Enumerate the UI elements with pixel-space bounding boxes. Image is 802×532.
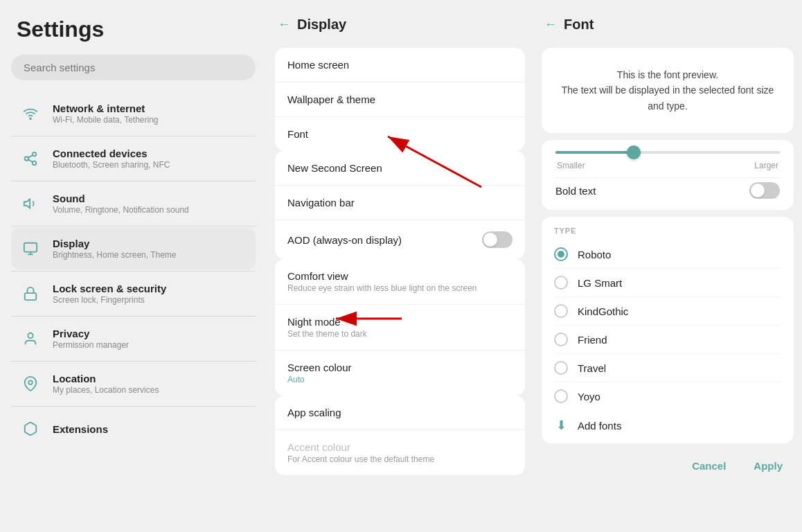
font-option-friend[interactable]: Friend (554, 326, 781, 354)
font-type-card: TYPE Roboto LG Smart KindGothic Friend T… (542, 217, 794, 443)
svg-marker-6 (24, 200, 30, 209)
apply-button[interactable]: Apply (748, 457, 788, 475)
font-name-yoyo: Yoyo (578, 391, 600, 402)
mid-item-0-2[interactable]: Font (275, 117, 525, 151)
mid-back-button[interactable]: ← (278, 17, 290, 32)
mid-item-2-0[interactable]: Comfort viewReduce eye strain with less … (275, 259, 525, 305)
aod-toggle[interactable] (482, 231, 513, 248)
font-option-roboto[interactable]: Roboto (554, 240, 781, 269)
font-option-kindgothic[interactable]: KindGothic (554, 297, 781, 326)
sidebar-item-privacy[interactable]: Privacy Permission manager (11, 318, 256, 360)
share-icon (18, 146, 43, 171)
font-list: Roboto LG Smart KindGothic Friend Travel… (554, 240, 781, 410)
mid-panel-header: ← Display (275, 11, 525, 41)
card-item-label: Night mode (287, 316, 367, 328)
font-option-lg smart[interactable]: LG Smart (554, 269, 781, 297)
add-fonts-row[interactable]: ⬇ Add fonts (554, 410, 781, 434)
menu-sub-privacy: Permission manager (53, 340, 129, 350)
font-radio-roboto (554, 247, 568, 261)
menu-label-connected: Connected devices (53, 148, 170, 159)
right-panel-title: Font (564, 17, 594, 33)
card-item-label: Comfort view (287, 270, 477, 282)
display-icon (18, 236, 43, 261)
menu-sub-network: Wi-Fi, Mobile data, Tethering (53, 115, 159, 125)
mid-item-1-1[interactable]: Navigation bar (275, 186, 525, 220)
add-fonts-label: Add fonts (578, 420, 621, 432)
lock-icon (18, 281, 43, 306)
card-item-label: App scaling (287, 407, 341, 418)
sidebar-item-location[interactable]: Location My places, Location services (11, 363, 256, 405)
menu-divider (11, 316, 256, 317)
menu-sub-lock: Screen lock, Fingerprints (53, 295, 166, 305)
font-radio-travel (554, 361, 568, 375)
card-item-label: New Second Screen (287, 162, 382, 174)
mid-item-1-0[interactable]: New Second Screen (275, 151, 525, 186)
menu-sub-sound: Volume, Ringtone, Notification sound (53, 205, 189, 215)
menu-divider (11, 406, 256, 407)
card-item-desc: For Accent colour use the default theme (287, 454, 434, 464)
svg-point-11 (28, 333, 33, 338)
menu-label-network: Network & internet (53, 103, 159, 114)
wifi-icon (18, 101, 43, 126)
font-radio-lg smart (554, 276, 568, 290)
card-item-desc: Reduce eye strain with less blue light o… (287, 283, 477, 293)
card-item-label: Navigation bar (287, 197, 355, 209)
mid-item-0-0[interactable]: Home screen (275, 48, 525, 82)
svg-line-5 (28, 155, 33, 158)
bold-text-label: Bold text (555, 185, 596, 197)
font-name-lg smart: LG Smart (578, 277, 622, 289)
bottom-actions: Cancel Apply (542, 450, 794, 477)
right-back-button[interactable]: ← (544, 17, 557, 32)
menu-label-privacy: Privacy (53, 328, 129, 339)
mid-item-3-0[interactable]: App scaling (275, 396, 525, 430)
mid-card-2: Comfort viewReduce eye strain with less … (275, 259, 525, 396)
font-option-travel[interactable]: Travel (554, 354, 781, 382)
mid-panel-title: Display (297, 17, 346, 33)
search-input[interactable] (11, 55, 256, 80)
svg-point-1 (33, 152, 37, 157)
slider-fill (555, 151, 634, 154)
font-size-card: Smaller Larger Bold text (542, 140, 794, 210)
mid-item-1-2[interactable]: AOD (always-on display) (275, 220, 525, 259)
panels-wrapper: ← Display Home screenWallpaper & themeFo… (267, 0, 802, 532)
mid-card-0: Home screenWallpaper & themeFont (275, 48, 525, 151)
font-preview-text: This is the font preview. The text will … (555, 67, 780, 114)
slider-thumb (627, 145, 641, 159)
card-item-label: Home screen (287, 59, 349, 71)
sound-icon (18, 191, 43, 216)
font-name-kindgothic: KindGothic (578, 305, 628, 317)
menu-label-lock: Lock screen & security (53, 283, 166, 294)
font-size-slider-row (555, 151, 780, 154)
svg-point-0 (30, 118, 31, 119)
location-icon (18, 371, 43, 396)
card-item-desc: Set the theme to dark (287, 329, 367, 339)
bold-toggle[interactable] (749, 182, 780, 199)
sidebar-item-network[interactable]: Network & internet Wi-Fi, Mobile data, T… (11, 93, 256, 134)
font-size-slider[interactable] (555, 151, 780, 154)
download-icon: ⬇ (554, 418, 568, 432)
sidebar-item-display[interactable]: Display Brightness, Home screen, Theme (11, 228, 256, 269)
larger-label: Larger (754, 161, 778, 170)
sidebar-item-extensions[interactable]: Extensions (11, 408, 256, 450)
font-radio-kindgothic (554, 304, 568, 318)
left-panel: Settings Network & internet Wi-Fi, Mobil… (0, 0, 267, 532)
font-name-roboto: Roboto (578, 249, 611, 260)
mid-item-0-1[interactable]: Wallpaper & theme (275, 82, 525, 117)
font-radio-friend (554, 332, 568, 346)
right-panel: ← Font This is the font preview. The tex… (533, 0, 802, 532)
mid-item-2-1[interactable]: Night modeSet the theme to dark (275, 305, 525, 351)
font-option-yoyo[interactable]: Yoyo (554, 382, 781, 410)
sidebar-item-connected[interactable]: Connected devices Bluetooth, Screen shar… (11, 138, 256, 179)
cancel-button[interactable]: Cancel (686, 457, 731, 475)
svg-line-4 (28, 159, 33, 162)
menu-label-location: Location (53, 373, 159, 384)
menu-sub-display: Brightness, Home screen, Theme (53, 250, 177, 260)
sidebar-item-lock[interactable]: Lock screen & security Screen lock, Fing… (11, 273, 256, 314)
bold-row: Bold text (555, 177, 780, 199)
mid-item-2-2[interactable]: Screen colourAuto (275, 351, 525, 396)
mid-item-3-1[interactable]: Accent colourFor Accent colour use the d… (275, 430, 525, 475)
card-item-label: Font (287, 128, 308, 140)
card-item-label: Wallpaper & theme (287, 94, 375, 105)
sidebar-item-sound[interactable]: Sound Volume, Ringtone, Notification sou… (11, 183, 256, 224)
mid-sections: Home screenWallpaper & themeFontNew Seco… (275, 48, 525, 475)
